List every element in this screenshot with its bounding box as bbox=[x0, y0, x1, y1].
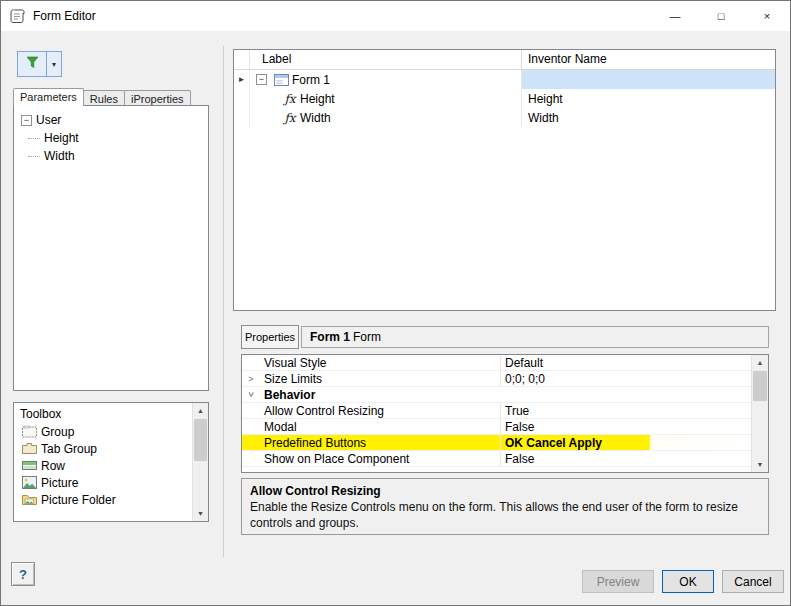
property-row-size-limits[interactable]: > Size Limits 0;0; 0;0 bbox=[242, 371, 751, 387]
tree-item-height[interactable]: Height bbox=[14, 129, 208, 147]
toolbox-item-tab-group[interactable]: Tab Group bbox=[14, 440, 208, 457]
collapse-icon[interactable]: − bbox=[21, 115, 32, 126]
property-value[interactable]: 0;0; 0;0 bbox=[500, 371, 751, 386]
title-bar[interactable]: Form Editor — □ × bbox=[1, 1, 790, 31]
toolbox-item-row[interactable]: Row bbox=[14, 457, 208, 474]
property-name: Allow Control Resizing bbox=[260, 403, 500, 418]
close-button[interactable]: × bbox=[744, 1, 790, 31]
toolbox-item-label: Picture Folder bbox=[41, 493, 116, 507]
property-name: Visual Style bbox=[260, 355, 500, 370]
grid-row-form1[interactable]: ► − Form 1 bbox=[234, 70, 775, 89]
property-row-predefined-buttons[interactable]: Predefined Buttons OK Cancel Apply bbox=[242, 435, 751, 451]
help-icon: ? bbox=[19, 567, 27, 582]
tab-parameters[interactable]: Parameters bbox=[13, 88, 84, 106]
fx-icon: ƒx bbox=[283, 111, 297, 125]
cancel-button[interactable]: Cancel bbox=[722, 570, 784, 593]
property-grid-scroll-thumb[interactable] bbox=[753, 371, 767, 401]
property-value[interactable]: OK Cancel Apply bbox=[500, 435, 751, 450]
property-grid-scrollbar[interactable]: ▲ ▼ bbox=[751, 355, 768, 472]
expand-placeholder bbox=[242, 355, 260, 370]
maximize-button[interactable]: □ bbox=[698, 1, 744, 31]
property-value[interactable]: False bbox=[500, 451, 751, 466]
property-value[interactable]: Default bbox=[500, 355, 751, 370]
property-description-text: Enable the Resize Controls menu on the f… bbox=[250, 500, 760, 531]
grid-cell-label[interactable]: ƒx Width bbox=[250, 108, 522, 127]
property-category-behavior[interactable]: > Behavior bbox=[242, 387, 751, 403]
toolbox-title: Toolbox bbox=[14, 403, 208, 423]
toolbox-item-label: Group bbox=[41, 425, 74, 439]
grid-selector-header bbox=[234, 50, 250, 69]
category-value bbox=[500, 387, 751, 402]
filter-split-button: ▾ bbox=[17, 51, 62, 77]
selection-name: Form 1 bbox=[310, 330, 350, 344]
grid-row-label-text: Form 1 bbox=[292, 73, 330, 87]
property-grid-rows: Visual Style Default > Size Limits 0;0; … bbox=[242, 355, 751, 472]
column-header-inventor-name[interactable]: Inventor Name bbox=[522, 50, 775, 69]
tree-item-label: User bbox=[36, 113, 61, 127]
property-value[interactable]: False bbox=[500, 419, 751, 434]
scroll-down-icon[interactable]: ▼ bbox=[193, 506, 208, 521]
expand-placeholder bbox=[242, 435, 260, 450]
tab-properties[interactable]: Properties bbox=[241, 325, 299, 349]
property-grid: Visual Style Default > Size Limits 0;0; … bbox=[241, 354, 769, 473]
grid-cell-label[interactable]: ƒx Height bbox=[250, 89, 522, 108]
toolbox-item-label: Picture bbox=[41, 476, 78, 490]
form-structure-grid: Label Inventor Name ► − Form 1 bbox=[233, 49, 776, 311]
filter-button[interactable] bbox=[17, 51, 47, 77]
column-header-label[interactable]: Label bbox=[250, 50, 522, 69]
tab-iproperties[interactable]: iProperties bbox=[124, 90, 191, 106]
tab-group-icon bbox=[22, 442, 37, 455]
selection-type: Form bbox=[353, 330, 381, 344]
property-row-show-on-place-component[interactable]: Show on Place Component False bbox=[242, 451, 751, 467]
property-row-allow-control-resizing[interactable]: Allow Control Resizing True bbox=[242, 403, 751, 419]
property-value[interactable]: True bbox=[500, 403, 751, 418]
tree-connector bbox=[28, 138, 40, 139]
expand-placeholder bbox=[242, 451, 260, 466]
window-title: Form Editor bbox=[33, 9, 96, 23]
scroll-down-icon[interactable]: ▼ bbox=[752, 457, 768, 472]
collapse-icon[interactable]: − bbox=[256, 74, 267, 85]
grid-row-height[interactable]: ƒx Height Height bbox=[234, 89, 775, 108]
toolbox-item-picture-folder[interactable]: Picture Folder bbox=[14, 491, 208, 508]
chevron-right-icon[interactable]: > bbox=[242, 371, 260, 386]
left-tab-strip: Parameters Rules iProperties bbox=[13, 88, 190, 106]
property-row-visual-style[interactable]: Visual Style Default bbox=[242, 355, 751, 371]
preview-button: Preview bbox=[582, 570, 654, 593]
tree-connector bbox=[28, 156, 40, 157]
record-arrow-icon: ► bbox=[234, 70, 250, 89]
property-name: Show on Place Component bbox=[260, 451, 500, 466]
form-editor-window: Form Editor — □ × ▾ Parameters Rules iPr… bbox=[0, 0, 791, 606]
category-name: Behavior bbox=[260, 387, 500, 402]
chevron-down-icon[interactable]: > bbox=[244, 386, 259, 404]
tree-item-user[interactable]: − User bbox=[14, 111, 208, 129]
scroll-up-icon[interactable]: ▲ bbox=[752, 355, 768, 370]
grid-row-width[interactable]: ƒx Width Width bbox=[234, 108, 775, 127]
grid-cell-label[interactable]: − Form 1 bbox=[250, 70, 522, 89]
record-selector bbox=[234, 108, 250, 127]
picture-icon bbox=[22, 476, 37, 489]
property-name: Modal bbox=[260, 419, 500, 434]
window-controls: — □ × bbox=[652, 1, 790, 31]
help-button[interactable]: ? bbox=[11, 562, 35, 586]
filter-funnel-icon bbox=[26, 56, 39, 72]
ok-button[interactable]: OK bbox=[662, 570, 714, 593]
tree-item-width[interactable]: Width bbox=[14, 147, 208, 165]
panel-splitter[interactable] bbox=[223, 46, 224, 557]
minimize-button[interactable]: — bbox=[652, 1, 698, 31]
tab-rules[interactable]: Rules bbox=[83, 90, 125, 106]
scroll-up-icon[interactable]: ▲ bbox=[193, 403, 208, 418]
property-row-modal[interactable]: Modal False bbox=[242, 419, 751, 435]
toolbox-item-picture[interactable]: Picture bbox=[14, 474, 208, 491]
toolbox-item-label: Tab Group bbox=[41, 442, 97, 456]
property-description-title: Allow Control Resizing bbox=[250, 484, 760, 498]
toolbox-scrollbar[interactable]: ▲ ▼ bbox=[192, 403, 208, 521]
toolbox-item-group[interactable]: Group bbox=[14, 423, 208, 440]
tree-item-label: Height bbox=[44, 131, 79, 145]
expand-placeholder bbox=[242, 403, 260, 418]
grid-cell-inventor-name[interactable]: Height bbox=[522, 89, 775, 108]
grid-cell-inventor-name[interactable]: Width bbox=[522, 108, 775, 127]
filter-dropdown-button[interactable]: ▾ bbox=[47, 51, 62, 77]
grid-cell-inventor-name[interactable] bbox=[522, 70, 775, 89]
toolbox-scroll-thumb[interactable] bbox=[194, 419, 207, 461]
form-icon bbox=[274, 74, 289, 86]
